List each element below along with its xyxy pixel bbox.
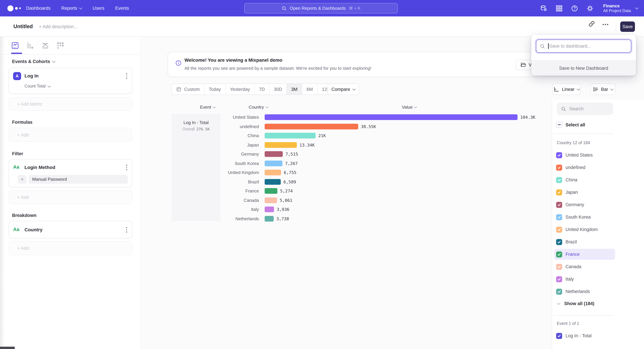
- legend-item-china[interactable]: China: [554, 174, 615, 186]
- tab-insights-icon[interactable]: [11, 41, 19, 50]
- select-all-checkbox[interactable]: [556, 122, 562, 128]
- legend-item-japan[interactable]: Japan: [554, 186, 615, 198]
- breakdown-property-name[interactable]: Country: [24, 227, 42, 232]
- tab-flows-icon[interactable]: [41, 41, 49, 50]
- column-header-country[interactable]: Country: [248, 105, 268, 110]
- chart-bar[interactable]: [265, 207, 274, 212]
- date-range-yesterday[interactable]: Yesterday: [225, 84, 254, 94]
- help-icon[interactable]: [571, 4, 578, 12]
- scale-select-button[interactable]: Linear: [552, 83, 580, 95]
- apps-grid-icon[interactable]: [556, 4, 563, 12]
- legend-checkbox[interactable]: [556, 333, 562, 339]
- chart-bar[interactable]: [265, 188, 278, 194]
- project-switcher[interactable]: Finance All Project Data: [603, 3, 631, 13]
- legend-item-netherlands[interactable]: Netherlands: [554, 285, 615, 298]
- chart-bar[interactable]: [265, 170, 281, 176]
- data-management-icon[interactable]: [540, 4, 548, 12]
- metric-card-log-in[interactable]: A Log In Count Total: [9, 68, 132, 94]
- legend-checkbox[interactable]: [556, 251, 562, 257]
- chevron-down-icon: [48, 84, 51, 87]
- date-range-7d[interactable]: 7D: [254, 84, 269, 94]
- settings-gear-icon[interactable]: [586, 4, 594, 12]
- mixpanel-logo[interactable]: [8, 0, 25, 16]
- breakdown-card-country[interactable]: Aa Country: [9, 221, 132, 238]
- filter-card-login-method[interactable]: Aa Login Method = Manual Password: [9, 159, 132, 187]
- events-cohorts-header[interactable]: Events & Cohorts: [12, 59, 55, 64]
- horizontal-scrollbar-thumb[interactable]: [0, 347, 15, 349]
- filter-operator-select[interactable]: =: [18, 175, 26, 184]
- filter-property-name[interactable]: Login Method: [24, 165, 55, 170]
- date-range-today[interactable]: Today: [204, 84, 225, 94]
- legend-item-south-korea[interactable]: South Korea: [554, 211, 615, 223]
- legend-checkbox[interactable]: [556, 152, 562, 158]
- legend-checkbox[interactable]: [556, 227, 562, 233]
- legend-item-france[interactable]: France: [554, 249, 615, 260]
- legend-item-germany[interactable]: Germany: [554, 198, 615, 211]
- add-metric-button[interactable]: + Add Metric: [9, 97, 132, 111]
- chart-bar[interactable]: [265, 142, 297, 148]
- save-button[interactable]: Save: [620, 21, 635, 32]
- date-range-30d[interactable]: 30D: [269, 84, 286, 94]
- add-description-field[interactable]: + Add description...: [39, 24, 78, 29]
- nav-item-users[interactable]: Users: [92, 6, 104, 11]
- chart-bar[interactable]: [265, 179, 281, 185]
- nav-item-events[interactable]: Events: [115, 6, 129, 11]
- save-to-new-dashboard-button[interactable]: Save to New Dashboard: [531, 60, 636, 75]
- select-all-row[interactable]: Select all: [556, 122, 585, 128]
- filter-header: Filter: [12, 151, 23, 156]
- column-header-event[interactable]: Event: [200, 105, 215, 110]
- nav-item-reports[interactable]: Reports: [62, 6, 82, 11]
- chart-bar[interactable]: [265, 197, 277, 203]
- legend-item-italy[interactable]: Italy: [554, 273, 615, 285]
- legend-item-united-states[interactable]: United States: [554, 149, 615, 161]
- date-range-6m[interactable]: 6M: [302, 84, 317, 94]
- legend-checkbox[interactable]: [556, 214, 562, 220]
- legend-item-united-kingdom[interactable]: United Kingdom: [554, 223, 615, 236]
- metric-aggregation-select[interactable]: Count Total: [24, 84, 50, 88]
- add-formula-button[interactable]: + Add: [9, 128, 132, 142]
- legend-checkbox[interactable]: [556, 264, 562, 270]
- legend-search-input[interactable]: Search: [557, 103, 613, 115]
- legend-checkbox[interactable]: [556, 177, 562, 183]
- legend-checkbox[interactable]: [556, 276, 562, 282]
- tab-funnels-icon[interactable]: [26, 41, 34, 50]
- project-chevron-down-icon[interactable]: [635, 6, 638, 9]
- add-filter-button[interactable]: + Add: [9, 190, 132, 204]
- chart-bar[interactable]: [265, 151, 283, 157]
- compare-button[interactable]: Compare: [327, 83, 359, 95]
- chart-bar[interactable]: [265, 124, 358, 129]
- breakdown-kebab-icon[interactable]: [126, 227, 127, 233]
- show-all-row[interactable]: Show all (184): [558, 301, 594, 306]
- legend-checkbox[interactable]: [556, 239, 562, 245]
- nav-item-dashboards[interactable]: Dashboards: [26, 6, 51, 11]
- date-range-3m[interactable]: 3M: [286, 84, 302, 94]
- legend-item-log-in---total[interactable]: Log In - Total: [554, 330, 615, 342]
- legend-checkbox[interactable]: [556, 189, 562, 195]
- tab-retention-icon[interactable]: [56, 41, 64, 50]
- legend-item-brazil[interactable]: Brazil: [554, 236, 615, 248]
- report-title[interactable]: Untitled: [14, 23, 33, 29]
- filter-value-select[interactable]: Manual Password: [28, 175, 128, 184]
- filter-kebab-icon[interactable]: [126, 165, 127, 170]
- legend-checkbox[interactable]: [556, 164, 562, 170]
- save-to-dashboard-input[interactable]: Save to dashboard...: [536, 39, 631, 53]
- legend-item-undefined[interactable]: undefined: [554, 161, 615, 174]
- column-header-value[interactable]: Value: [402, 105, 417, 110]
- chart-bar[interactable]: [265, 133, 316, 139]
- chart-type-button[interactable]: Bar: [590, 83, 616, 95]
- project-name: Finance: [603, 3, 631, 8]
- chart-bar[interactable]: [265, 114, 518, 120]
- legend-item-canada[interactable]: Canada: [554, 261, 615, 273]
- legend-checkbox[interactable]: [556, 289, 562, 295]
- add-breakdown-button[interactable]: + Add: [9, 241, 132, 255]
- chart-bar[interactable]: [265, 216, 274, 222]
- metric-kebab-icon[interactable]: [126, 73, 127, 79]
- date-range-custom[interactable]: Custom: [172, 84, 204, 94]
- copy-link-icon[interactable]: [588, 20, 595, 27]
- more-options-icon[interactable]: [602, 21, 609, 28]
- global-search[interactable]: Open Reports & Dashboards ⌘ + K: [244, 3, 398, 13]
- report-type-tabs: [0, 37, 140, 55]
- legend-checkbox[interactable]: [556, 202, 562, 208]
- chart-bar[interactable]: [265, 161, 282, 166]
- metric-event-name[interactable]: Log In: [24, 73, 38, 78]
